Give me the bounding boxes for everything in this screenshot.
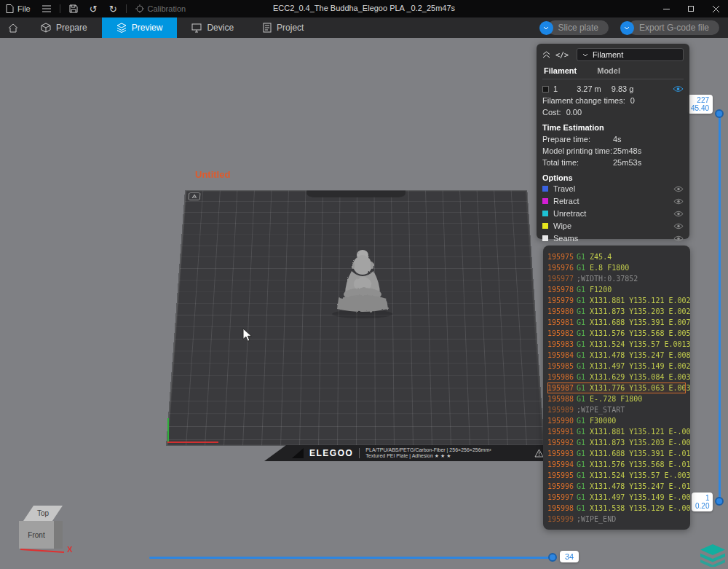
- gcode-viewer-panel: 195975G1 Z45.4195976G1 E.8 F1800195977;W…: [543, 246, 690, 530]
- chevron-down-icon: [582, 53, 588, 57]
- retract-label: Retract: [553, 197, 579, 205]
- slice-plate-button[interactable]: Slice plate: [547, 20, 609, 35]
- legend-tabs: Filament Model: [542, 66, 684, 79]
- minimize-button[interactable]: [654, 0, 678, 17]
- tab-project[interactable]: Project: [248, 17, 318, 38]
- gcode-line[interactable]: 195979G1 X131.881 Y135.121 E.00242: [547, 295, 686, 306]
- cost-row: Cost: 0.00: [542, 108, 684, 117]
- cube-face-front[interactable]: Front: [19, 521, 54, 549]
- collapse-panel-icon[interactable]: [542, 51, 550, 58]
- undo-button[interactable]: ↺: [84, 0, 103, 17]
- travel-eye-icon[interactable]: [673, 186, 684, 192]
- home-icon: [8, 23, 18, 33]
- time-estimation-title: Time Estimation: [542, 123, 684, 132]
- x-axis-label: X: [67, 545, 72, 554]
- gcode-line[interactable]: 195994G1 X131.576 Y135.568 E-.01254: [547, 459, 686, 470]
- gcode-line[interactable]: 195978G1 F1200: [547, 284, 686, 295]
- redo-button[interactable]: ↻: [103, 0, 123, 17]
- plate-spec-top: PLA/TPU/ABS/PETG/Carbon-Fiber | 256×256×…: [365, 447, 491, 452]
- layer-slider-bottom-handle[interactable]: [715, 497, 724, 506]
- layer-slider-bottom-label: 1 0.20: [692, 493, 713, 511]
- gcode-line[interactable]: 195998G1 X131.538 Y135.129 E-.00277: [547, 503, 686, 514]
- legend-tab-model[interactable]: Model: [597, 66, 620, 75]
- step-slider-track[interactable]: [149, 557, 552, 559]
- tab-device[interactable]: Device: [177, 17, 248, 38]
- option-row-unretract[interactable]: Unretract: [542, 208, 684, 219]
- recent-list-button[interactable]: [36, 0, 57, 17]
- export-gcode-button[interactable]: Export G-code file: [628, 20, 719, 35]
- navbar: Prepare Preview Device Project Slice pla…: [0, 17, 728, 38]
- gcode-line[interactable]: 195983G1 X131.524 Y135.57 E.00139: [547, 339, 686, 350]
- gcode-line[interactable]: 195977;WIDTH:0.37852: [547, 273, 686, 284]
- unretract-eye-icon[interactable]: [673, 211, 684, 217]
- filament-visibility-eye-icon[interactable]: [673, 85, 684, 93]
- seams-eye-icon[interactable]: [673, 235, 684, 242]
- gcode-line[interactable]: 195995G1 X131.524 Y135.57 E-.00315: [547, 470, 686, 481]
- cube-face-right[interactable]: [54, 521, 63, 549]
- gcode-line[interactable]: 195976G1 E.8 F1800: [547, 262, 686, 273]
- project-icon: [263, 23, 272, 33]
- gcode-line[interactable]: 195999;WIPE_END: [547, 514, 686, 525]
- view-mode-dropdown[interactable]: Filament: [577, 48, 684, 61]
- wipe-eye-icon[interactable]: [673, 223, 684, 229]
- plate-title[interactable]: Untitled: [195, 169, 230, 180]
- gcode-line[interactable]: 195991G1 X131.881 Y135.121 E-.00718: [547, 426, 686, 437]
- gcode-line[interactable]: 195980G1 X131.873 Y135.203 E.00219: [547, 306, 686, 317]
- gcode-line[interactable]: 195996G1 X131.478 Y135.247 E-.01959: [547, 481, 686, 492]
- step-slider-handle[interactable]: [548, 553, 557, 562]
- plate-x-axis: [167, 442, 218, 443]
- file-icon: [6, 4, 14, 13]
- option-row-travel[interactable]: Travel: [542, 183, 684, 195]
- app-window: File ↺ ↻ Calibration ECC2_0.4_The Buddha…: [0, 0, 728, 569]
- save-button[interactable]: [63, 0, 84, 17]
- option-row-wipe[interactable]: Wipe: [542, 220, 684, 232]
- viewport-3d[interactable]: Untitled A ELEGOO PLA/TPU/ABS/PETG/Carbo…: [0, 38, 728, 569]
- orientation-cube: Top Front X: [16, 504, 80, 561]
- gcode-line[interactable]: 195997G1 X131.497 Y135.149 E-.00597: [547, 492, 686, 503]
- gcode-line[interactable]: 195987G1 X131.776 Y135.063 E.00394: [547, 382, 686, 393]
- gcode-line[interactable]: 195989;WIPE_START: [547, 404, 686, 415]
- gcode-lines: 195975G1 Z45.4195976G1 E.8 F1800195977;W…: [547, 251, 686, 525]
- file-menu-button[interactable]: File: [0, 0, 36, 17]
- close-button[interactable]: [703, 0, 728, 17]
- gcode-line[interactable]: 195988G1 E-.728 F1800: [547, 393, 686, 404]
- gcode-line[interactable]: 195992G1 X131.873 Y135.203 E-.00495: [547, 437, 686, 448]
- model-printing-time-value: 25m48s: [613, 146, 641, 155]
- gcode-line[interactable]: 195981G1 X131.688 Y135.391 E.007: [547, 317, 686, 328]
- prepare-time-row: Prepare time: 4s: [542, 135, 684, 144]
- gcode-line[interactable]: 195993G1 X131.688 Y135.391 E-.01584: [547, 448, 686, 459]
- filament-change-times-row: Filament change times: 0: [542, 96, 684, 105]
- gcode-line[interactable]: 195990G1 F30000: [547, 415, 686, 426]
- brand-wedge-icon: [292, 448, 304, 458]
- layer-slider-track[interactable]: [719, 111, 721, 503]
- tab-preview[interactable]: Preview: [102, 17, 178, 38]
- gcode-window-toggle-icon[interactable]: </>: [555, 51, 569, 59]
- home-button[interactable]: [0, 17, 26, 38]
- option-row-seams[interactable]: Seams: [542, 232, 684, 244]
- model-buddha[interactable]: [329, 246, 396, 319]
- save-icon: [69, 4, 78, 13]
- tab-prepare[interactable]: Prepare: [26, 17, 102, 38]
- cube-face-top[interactable]: Top: [23, 506, 63, 521]
- gcode-line[interactable]: 195986G1 X131.629 Y135.084 E.00392: [547, 372, 686, 382]
- gcode-line[interactable]: 195975G1 Z45.4: [547, 251, 686, 262]
- cost-label: Cost:: [542, 108, 561, 117]
- layer-slider-top-handle[interactable]: [715, 109, 724, 118]
- gcode-line[interactable]: 195982G1 X131.576 Y135.568 E.00555: [547, 328, 686, 339]
- maximize-icon: [688, 6, 694, 12]
- option-row-retract[interactable]: Retract: [542, 195, 684, 207]
- calibration-button[interactable]: Calibration: [130, 0, 192, 17]
- maximize-button[interactable]: [678, 0, 703, 17]
- tab-project-label: Project: [277, 23, 304, 33]
- export-dropdown-button[interactable]: [620, 21, 634, 35]
- plate-spec-bottom: Textured PEI Plate | Adhesion ★ ★ ★: [365, 453, 451, 458]
- gcode-line[interactable]: 195984G1 X131.478 Y135.247 E.00866: [547, 350, 686, 361]
- model-printing-time-label: Model printing time:: [542, 146, 613, 155]
- gcode-line[interactable]: 195985G1 X131.497 Y135.149 E.00264: [547, 361, 686, 372]
- filament-color-swatch: [542, 86, 549, 93]
- retract-eye-icon[interactable]: [673, 198, 684, 205]
- filament-length: 3.27 m: [577, 85, 601, 93]
- step-slider-value: 34: [560, 551, 579, 562]
- slice-dropdown-button[interactable]: [539, 21, 553, 35]
- legend-tab-filament[interactable]: Filament: [544, 66, 577, 75]
